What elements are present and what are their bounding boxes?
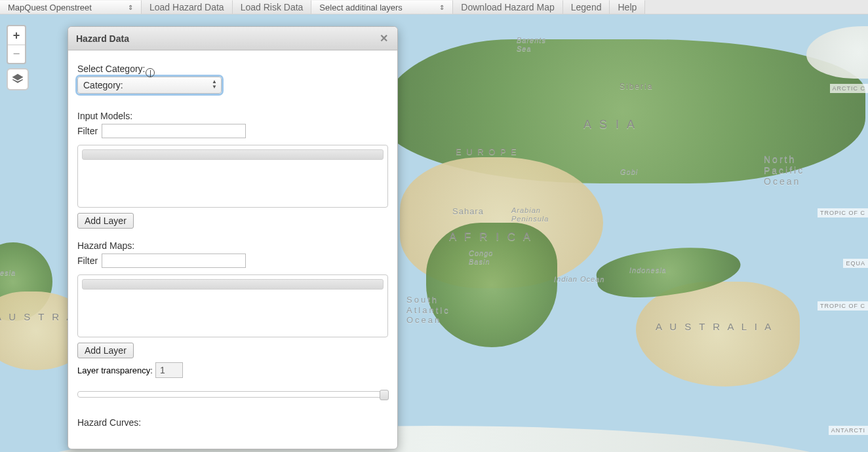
hazard-maps-filter-input[interactable]: [102, 254, 246, 268]
map-label: Indonesia: [629, 266, 667, 274]
chevron-updown-icon: ⇕: [439, 4, 444, 11]
legend-button[interactable]: Legend: [563, 0, 610, 14]
chevron-updown-icon: ▲▼: [212, 79, 217, 90]
input-models-filter-input[interactable]: [102, 124, 246, 138]
layers-icon: [11, 73, 24, 86]
top-toolbar: MapQuest Openstreet ⇕ Load Hazard Data L…: [0, 0, 868, 14]
dialog-body: Select Category: Category: ▲▼ Input Mode…: [68, 50, 397, 449]
scale-equator: EQUA: [843, 259, 868, 268]
listbox-header: [82, 279, 384, 290]
zoom-in-button[interactable]: +: [8, 26, 25, 45]
map-label: Gobi: [620, 168, 638, 176]
layers-button[interactable]: [7, 68, 29, 90]
layer-transparency-label: Layer transparency:: [77, 366, 153, 375]
listbox-header: [82, 149, 384, 160]
scale-tropic2: TROPIC OF C: [818, 301, 868, 311]
map-label: Arabian Peninsula: [511, 206, 549, 223]
dialog-title: Hazard Data: [76, 33, 129, 44]
map-label: esia: [0, 269, 16, 277]
help-button[interactable]: Help: [610, 0, 645, 14]
map-label: North Pacific Ocean: [764, 154, 804, 187]
additional-layers-select[interactable]: Select additinal layers ⇕: [311, 0, 453, 14]
input-models-heading: Input Models:: [77, 111, 388, 121]
zoom-out-button[interactable]: −: [8, 45, 25, 63]
scale-arctic: ARCTIC C: [830, 84, 869, 93]
basemap-select-value: MapQuest Openstreet: [8, 3, 92, 12]
hazard-data-dialog: Hazard Data ✕ Select Category: Category:…: [68, 26, 398, 449]
map-label: Siberia: [620, 82, 653, 91]
hazard-curves-heading: Hazard Curves:: [77, 417, 388, 428]
hazard-maps-filter-label: Filter: [77, 255, 98, 266]
map-label: A S I A: [583, 118, 637, 132]
hazard-maps-heading: Hazard Maps:: [77, 240, 388, 251]
layer-transparency-input[interactable]: [155, 362, 183, 378]
download-hazard-map-button[interactable]: Download Hazard Map: [453, 0, 562, 14]
input-models-filter-label: Filter: [77, 126, 98, 136]
category-select[interactable]: Category: ▲▼: [77, 77, 222, 94]
category-select-value: Category:: [83, 80, 123, 90]
dialog-header[interactable]: Hazard Data ✕: [68, 27, 397, 50]
chevron-updown-icon: ⇕: [128, 4, 133, 11]
load-hazard-data-button[interactable]: Load Hazard Data: [142, 0, 233, 14]
map-label: E U R O P E: [456, 147, 518, 157]
map-label: Barents Sea: [517, 36, 546, 53]
additional-layers-value: Select additinal layers: [319, 3, 402, 12]
close-icon[interactable]: ✕: [378, 32, 389, 45]
scale-antarctic: ANTARCTI: [829, 426, 868, 435]
scale-tropic: TROPIC OF C: [818, 208, 868, 217]
select-category-label: Select Category:: [77, 64, 388, 74]
slider-track: [77, 391, 388, 398]
map-label: A U S T R A L I A: [656, 321, 774, 332]
load-risk-data-button[interactable]: Load Risk Data: [233, 0, 312, 14]
add-layer-hazard-maps-button[interactable]: Add Layer: [77, 343, 134, 358]
slider-thumb[interactable]: [380, 390, 389, 400]
add-layer-input-models-button[interactable]: Add Layer: [77, 213, 134, 229]
map-label: A F R I C A: [449, 231, 533, 244]
map-label: Sahara: [452, 206, 484, 217]
zoom-control: + −: [7, 25, 26, 64]
hazard-maps-listbox[interactable]: [77, 274, 388, 337]
map-label: Congo Basin: [469, 249, 493, 266]
map-label: South Atlantic Ocean: [406, 295, 450, 326]
input-models-listbox[interactable]: [77, 145, 388, 208]
basemap-select[interactable]: MapQuest Openstreet ⇕: [0, 0, 142, 14]
transparency-slider[interactable]: [77, 390, 388, 399]
map-label: Indian Ocean: [554, 275, 604, 284]
